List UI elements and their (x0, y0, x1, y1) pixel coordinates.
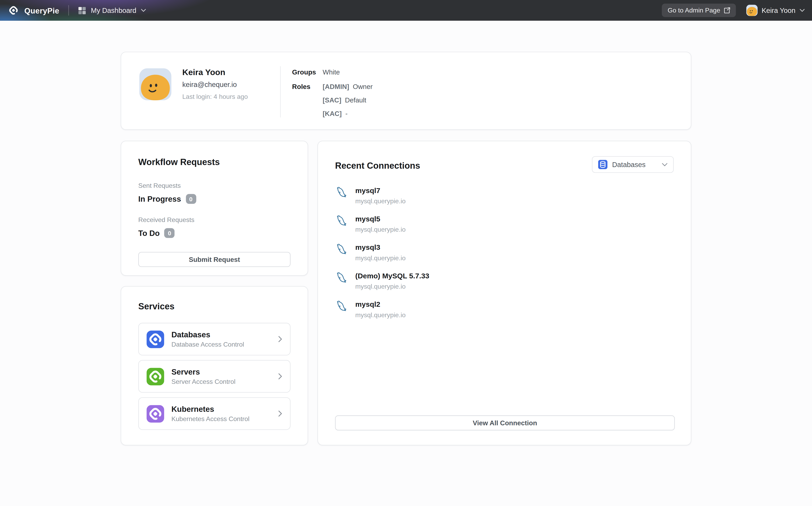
chevron-right-icon (278, 336, 282, 342)
todo-row[interactable]: To Do 0 (138, 228, 290, 238)
connection-name: mysql3 (355, 243, 406, 251)
received-requests-label: Received Requests (138, 216, 290, 224)
role-tag: [KAC] (323, 110, 342, 117)
profile-card: Keira Yoon keira@chequer.io Last login: … (121, 52, 691, 130)
profile-name: Keira Yoon (182, 68, 248, 77)
recent-connections-title: Recent Connections (335, 161, 420, 171)
role-value: Owner (353, 83, 373, 91)
connection-name: (Demo) MySQL 5.7.33 (355, 271, 429, 280)
dashboard-menu[interactable]: My Dashboard (78, 6, 146, 14)
chevron-right-icon (278, 410, 282, 417)
roles-label: Roles (292, 83, 323, 123)
todo-count-badge: 0 (164, 228, 175, 238)
profile-divider (280, 66, 281, 117)
profile-avatar (139, 68, 171, 100)
workflow-requests-card: Workflow Requests Sent Requests In Progr… (121, 141, 308, 276)
service-name: Databases (172, 330, 271, 339)
service-description: Database Access Control (172, 341, 271, 348)
database-icon (598, 160, 607, 169)
connection-host: mysql.querypie.io (355, 311, 406, 319)
role-tag: [ADMIN] (323, 83, 349, 91)
connection-name: mysql2 (355, 300, 406, 308)
submit-request-button[interactable]: Submit Request (138, 252, 290, 267)
in-progress-row[interactable]: In Progress 0 (138, 194, 290, 204)
mysql-dolphin-icon (335, 243, 349, 256)
admin-button-label: Go to Admin Page (668, 7, 720, 14)
service-item-servers[interactable]: Servers Server Access Control (138, 360, 290, 393)
connection-item[interactable]: mysql3 mysql.querypie.io (335, 243, 674, 262)
brand-name: QueryPie (24, 6, 59, 15)
servers-service-icon (146, 367, 164, 385)
connection-host: mysql.querypie.io (355, 283, 429, 290)
recent-connections-card: Recent Connections Databases mysql7 mysq… (318, 141, 691, 445)
connection-host: mysql.querypie.io (355, 226, 406, 233)
user-menu[interactable]: Keira Yoon (746, 5, 805, 16)
services-card: Services Databases Database Access Contr… (121, 286, 308, 445)
top-bar: QueryPie My Dashboard Go to Admin Page (0, 0, 812, 21)
groups-label: Groups (292, 68, 323, 76)
connection-type-selected: Databases (612, 161, 657, 168)
service-item-databases[interactable]: Databases Database Access Control (138, 323, 290, 355)
mysql-dolphin-icon (335, 186, 349, 199)
connection-host: mysql.querypie.io (355, 255, 406, 262)
connection-item[interactable]: mysql5 mysql.querypie.io (335, 215, 674, 234)
dashboard-menu-label: My Dashboard (91, 6, 136, 14)
view-all-connection-button[interactable]: View All Connection (335, 415, 675, 430)
profile-email: keira@chequer.io (182, 81, 248, 89)
connection-name: mysql7 (355, 186, 406, 194)
todo-label: To Do (138, 229, 159, 238)
service-item-kubernetes[interactable]: Kubernetes Kubernetes Access Control (138, 397, 290, 430)
service-name: Servers (172, 367, 271, 376)
services-title: Services (138, 302, 290, 312)
mysql-dolphin-icon (335, 214, 349, 228)
grid-icon (78, 6, 86, 14)
go-to-admin-page-button[interactable]: Go to Admin Page (662, 4, 736, 17)
role-value: - (345, 110, 348, 117)
connection-item[interactable]: mysql2 mysql.querypie.io (335, 300, 674, 319)
user-avatar (746, 5, 758, 16)
connection-host: mysql.querypie.io (355, 198, 406, 205)
role-value: Default (345, 96, 366, 104)
querypie-logo-icon (7, 4, 20, 17)
workflow-title: Workflow Requests (138, 157, 290, 167)
brand: QueryPie (7, 4, 59, 17)
service-name: Kubernetes (172, 405, 271, 413)
connection-item[interactable]: (Demo) MySQL 5.7.33 mysql.querypie.io (335, 271, 674, 290)
connection-name: mysql5 (355, 215, 406, 223)
mysql-dolphin-icon (335, 300, 349, 313)
chevron-down-icon (800, 9, 805, 12)
in-progress-label: In Progress (138, 194, 181, 203)
chevron-down-icon (141, 9, 146, 12)
kubernetes-service-icon (146, 405, 164, 422)
service-description: Kubernetes Access Control (172, 415, 271, 423)
groups-value: White (323, 68, 340, 76)
role-row: [KAC] - (323, 110, 373, 117)
in-progress-count-badge: 0 (186, 194, 196, 204)
external-link-icon (724, 7, 730, 13)
role-tag: [SAC] (323, 96, 341, 104)
connection-item[interactable]: mysql7 mysql.querypie.io (335, 186, 674, 205)
profile-last-login: Last login: 4 hours ago (182, 93, 248, 100)
databases-service-icon (146, 330, 164, 348)
chevron-down-icon (662, 163, 668, 166)
role-row: [ADMIN] Owner (323, 83, 373, 91)
role-row: [SAC] Default (323, 96, 373, 104)
service-description: Server Access Control (172, 378, 271, 386)
connection-type-select[interactable]: Databases (592, 156, 674, 173)
user-name: Keira Yoon (762, 6, 796, 14)
mysql-dolphin-icon (335, 271, 349, 284)
chevron-right-icon (278, 373, 282, 380)
sent-requests-label: Sent Requests (138, 182, 290, 189)
topbar-divider (69, 5, 69, 15)
